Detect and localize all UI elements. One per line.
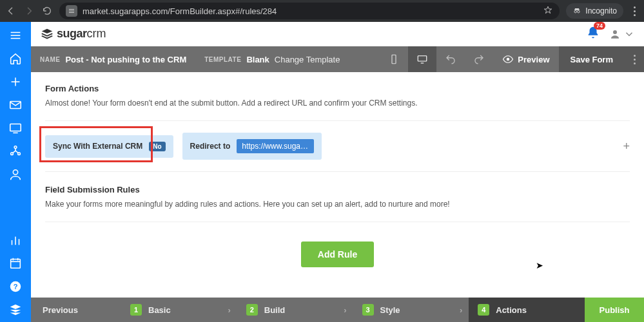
plus-icon[interactable] (8, 75, 23, 89)
form-subheader: NAME Post - Not pushing to the CRM TEMPL… (31, 46, 644, 72)
svg-rect-27 (392, 55, 396, 64)
person-icon[interactable] (8, 167, 23, 182)
notifications-button[interactable]: 74 (586, 26, 600, 43)
svg-point-3 (574, 10, 577, 13)
browser-chrome: market.sugarapps.com/FormBuilder.aspx#/r… (0, 0, 644, 22)
redirect-url-value: https://www.sugarcrm.c... (237, 139, 314, 153)
wizard-previous-button[interactable]: Previous (31, 298, 121, 322)
browser-url-bar[interactable]: market.sugarapps.com/FormBuilder.aspx#/r… (59, 3, 560, 19)
help-icon[interactable]: ? (8, 279, 23, 294)
display-icon[interactable] (8, 121, 23, 135)
redirect-chip[interactable]: Redirect to https://www.sugarcrm.c... (182, 133, 322, 160)
notification-badge: 74 (594, 22, 605, 30)
mobile-view-button[interactable] (380, 46, 408, 72)
svg-rect-20 (11, 260, 21, 269)
wizard-footer: Previous 1 Basic › 2 Build › 3 Style › 4… (31, 298, 644, 322)
chevron-right-icon: › (344, 305, 346, 315)
add-rule-button[interactable]: Add Rule (301, 242, 374, 267)
sync-crm-label: Sync With External CRM (53, 142, 142, 151)
content-area: Form Actions Almost done! Your form does… (31, 72, 644, 298)
stats-icon[interactable] (8, 233, 23, 247)
menu-icon[interactable] (8, 28, 23, 43)
desktop-icon (416, 53, 428, 65)
brand-logo[interactable]: sugarcrm (40, 27, 106, 41)
eye-icon (502, 53, 514, 65)
preview-button[interactable]: Preview (493, 46, 558, 72)
browser-reload-button[interactable] (41, 5, 53, 17)
site-settings-icon[interactable] (66, 5, 77, 17)
svg-point-26 (613, 30, 617, 34)
svg-rect-11 (10, 124, 21, 131)
form-actions-row: Sync With External CRM No Redirect to ht… (45, 120, 630, 172)
wizard-step-basic[interactable]: 1 Basic › (121, 298, 237, 322)
save-form-button[interactable]: Save Form (559, 46, 625, 72)
svg-point-13 (14, 146, 17, 149)
svg-rect-2 (69, 12, 74, 13)
chevron-right-icon: › (228, 305, 230, 315)
browser-menu-button[interactable] (630, 6, 639, 16)
user-icon (609, 28, 621, 40)
mobile-icon (388, 53, 400, 65)
form-actions-desc: Almost done! Your form doesn't end at th… (45, 99, 630, 108)
workflow-icon[interactable] (8, 144, 23, 158)
add-action-button[interactable]: + (623, 140, 630, 153)
wizard-step-build[interactable]: 2 Build › (237, 298, 353, 322)
browser-forward-button[interactable] (23, 5, 35, 17)
form-name: Post - Not pushing to the CRM (65, 55, 186, 64)
publish-button[interactable]: Publish (585, 298, 644, 322)
svg-point-30 (507, 58, 510, 61)
sync-crm-state: No (149, 142, 165, 151)
redirect-label: Redirect to (190, 142, 231, 151)
home-icon[interactable] (8, 52, 23, 66)
svg-rect-28 (418, 56, 427, 61)
user-menu[interactable] (609, 28, 635, 40)
chevron-down-icon (623, 28, 635, 40)
svg-rect-1 (69, 11, 74, 12)
left-nav-rail: ? (0, 22, 31, 322)
template-label: TEMPLATE (204, 56, 241, 63)
sync-crm-chip[interactable]: Sync With External CRM No (45, 135, 173, 158)
wizard-step-actions[interactable]: 4 Actions (469, 298, 585, 322)
undo-icon (445, 53, 456, 65)
svg-text:?: ? (14, 283, 18, 290)
wizard-step-style[interactable]: 3 Style › (353, 298, 469, 322)
app-header: sugarcrm 74 (31, 22, 644, 46)
calendar-icon[interactable] (8, 256, 23, 270)
chevron-right-icon: › (460, 305, 462, 315)
svg-point-16 (13, 170, 17, 175)
redo-icon (473, 53, 485, 65)
redo-button[interactable] (465, 46, 493, 72)
form-actions-title: Form Actions (45, 84, 630, 93)
submission-rules-desc: Make your forms more meaningful by addin… (45, 200, 630, 209)
svg-rect-0 (69, 9, 74, 10)
incognito-badge[interactable]: Incognito (566, 3, 623, 19)
svg-point-4 (578, 10, 580, 13)
browser-back-button[interactable] (5, 5, 17, 17)
desktop-view-button[interactable] (408, 46, 436, 72)
more-actions-button[interactable] (625, 46, 644, 72)
change-template-link[interactable]: Change Template (275, 55, 340, 64)
name-label: NAME (40, 56, 60, 63)
stack-icon[interactable] (8, 303, 23, 317)
submission-rules-title: Field Submission Rules (45, 185, 630, 194)
undo-button[interactable] (436, 46, 465, 72)
template-value: Blank (246, 55, 269, 64)
browser-url-text: market.sugarapps.com/FormBuilder.aspx#/r… (83, 6, 538, 16)
mail-icon[interactable] (8, 98, 23, 112)
bookmark-star-icon[interactable] (543, 5, 553, 17)
